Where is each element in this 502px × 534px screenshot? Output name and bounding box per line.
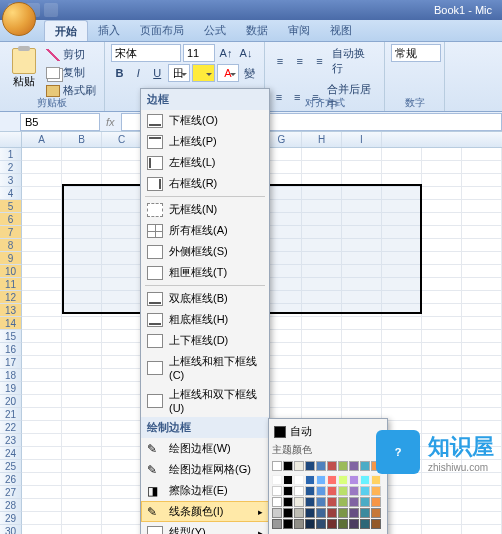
cell[interactable]: [302, 343, 342, 356]
cell[interactable]: [22, 148, 62, 161]
cell[interactable]: [102, 356, 142, 369]
color-swatch[interactable]: [305, 508, 315, 518]
cut-button[interactable]: 剪切: [44, 46, 98, 63]
row-header[interactable]: 27: [0, 486, 22, 499]
cell[interactable]: [382, 382, 422, 395]
cell[interactable]: [382, 512, 422, 525]
cell[interactable]: [62, 330, 102, 343]
cell[interactable]: [422, 291, 462, 304]
cell[interactable]: [62, 356, 102, 369]
color-swatch[interactable]: [272, 497, 282, 507]
col-header-H[interactable]: H: [302, 132, 342, 147]
cell[interactable]: [422, 512, 462, 525]
cell[interactable]: [302, 148, 342, 161]
row-header[interactable]: 5: [0, 200, 22, 213]
cell[interactable]: [382, 148, 422, 161]
color-swatch[interactable]: [338, 486, 348, 496]
color-swatch[interactable]: [349, 475, 359, 485]
row-header[interactable]: 15: [0, 330, 22, 343]
row-header[interactable]: 14: [0, 317, 22, 330]
color-swatch[interactable]: [305, 497, 315, 507]
cell[interactable]: [22, 369, 62, 382]
cell[interactable]: [62, 512, 102, 525]
color-swatch[interactable]: [316, 486, 326, 496]
color-swatch[interactable]: [283, 461, 293, 471]
menu-item[interactable]: 左框线(L): [141, 152, 269, 173]
row-header[interactable]: 4: [0, 187, 22, 200]
color-swatch[interactable]: [294, 461, 304, 471]
cell[interactable]: [302, 161, 342, 174]
color-swatch[interactable]: [272, 461, 282, 471]
cell[interactable]: [102, 330, 142, 343]
color-swatch[interactable]: [316, 519, 326, 529]
color-swatch[interactable]: [338, 461, 348, 471]
row-header[interactable]: 13: [0, 304, 22, 317]
cell[interactable]: [62, 460, 102, 473]
cell[interactable]: [422, 408, 462, 421]
color-swatch[interactable]: [283, 497, 293, 507]
cell[interactable]: [422, 330, 462, 343]
cell[interactable]: [422, 486, 462, 499]
menu-item[interactable]: 绘图边框(W): [141, 438, 269, 459]
cell[interactable]: [22, 499, 62, 512]
cell[interactable]: [22, 408, 62, 421]
cell[interactable]: [102, 161, 142, 174]
cell[interactable]: [102, 525, 142, 534]
row-header[interactable]: 23: [0, 434, 22, 447]
row-header[interactable]: 25: [0, 460, 22, 473]
font-size-select[interactable]: 11: [183, 44, 215, 62]
color-swatch[interactable]: [360, 461, 370, 471]
row-header[interactable]: 29: [0, 512, 22, 525]
cell[interactable]: [422, 278, 462, 291]
cell[interactable]: [422, 265, 462, 278]
color-swatch[interactable]: [316, 508, 326, 518]
color-swatch[interactable]: [305, 486, 315, 496]
cell[interactable]: [342, 330, 382, 343]
color-swatch[interactable]: [371, 519, 381, 529]
cell[interactable]: [462, 330, 502, 343]
cell[interactable]: [382, 369, 422, 382]
tab-页面布局[interactable]: 页面布局: [130, 20, 194, 41]
cell[interactable]: [102, 317, 142, 330]
cell[interactable]: [462, 187, 502, 200]
cell[interactable]: [102, 512, 142, 525]
cell[interactable]: [422, 499, 462, 512]
color-swatch[interactable]: [371, 508, 381, 518]
cell[interactable]: [302, 356, 342, 369]
cell[interactable]: [22, 356, 62, 369]
cell[interactable]: [102, 408, 142, 421]
color-swatch[interactable]: [360, 486, 370, 496]
cell[interactable]: [462, 148, 502, 161]
row-header[interactable]: 11: [0, 278, 22, 291]
menu-item[interactable]: 上框线(P): [141, 131, 269, 152]
row-header[interactable]: 10: [0, 265, 22, 278]
col-header-B[interactable]: B: [62, 132, 102, 147]
row-header[interactable]: 30: [0, 525, 22, 534]
cell[interactable]: [22, 226, 62, 239]
cell[interactable]: [22, 161, 62, 174]
cell[interactable]: [22, 187, 62, 200]
cell[interactable]: [62, 421, 102, 434]
cell[interactable]: [342, 317, 382, 330]
row-header[interactable]: 16: [0, 343, 22, 356]
cell[interactable]: [102, 473, 142, 486]
cell[interactable]: [462, 174, 502, 187]
cell[interactable]: [22, 278, 62, 291]
color-swatch[interactable]: [327, 519, 337, 529]
row-header[interactable]: 26: [0, 473, 22, 486]
align-bottom-icon[interactable]: ≡: [311, 52, 329, 70]
cell[interactable]: [422, 317, 462, 330]
color-swatch[interactable]: [349, 519, 359, 529]
cell[interactable]: [22, 343, 62, 356]
menu-item[interactable]: 所有框线(A): [141, 220, 269, 241]
fill-color-dropdown[interactable]: [192, 64, 214, 82]
border-dropdown[interactable]: 田: [168, 64, 190, 82]
font-color-dropdown[interactable]: A: [217, 64, 239, 82]
color-swatch[interactable]: [283, 486, 293, 496]
cell[interactable]: [22, 473, 62, 486]
fx-icon[interactable]: fx: [106, 116, 115, 128]
cell[interactable]: [462, 525, 502, 534]
row-header[interactable]: 22: [0, 421, 22, 434]
cell[interactable]: [22, 460, 62, 473]
row-header[interactable]: 6: [0, 213, 22, 226]
